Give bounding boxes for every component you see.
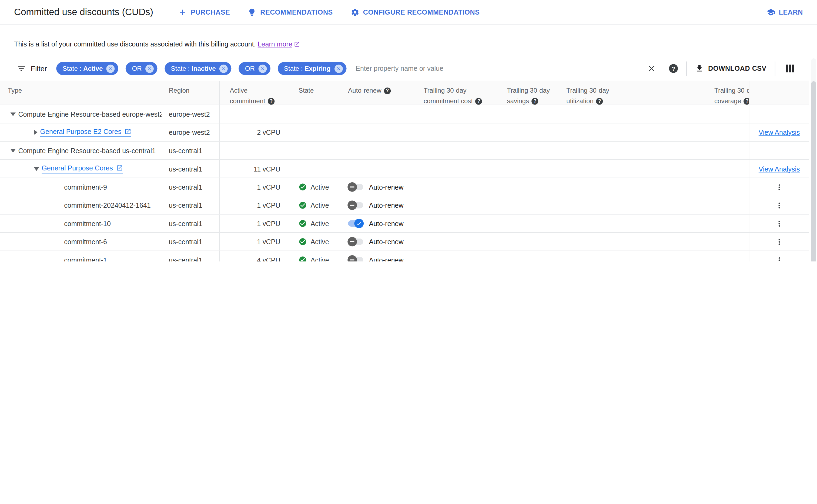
filter-chip-state-inactive[interactable]: State : Inactive: [165, 62, 231, 75]
cost-cell: [424, 178, 496, 196]
cost-cell: [424, 196, 496, 214]
type-cell: commitment-10: [0, 215, 162, 233]
type-link[interactable]: General Purpose E2 Cores: [40, 127, 132, 137]
lightbulb-icon: [248, 8, 257, 17]
configure-recommendations-button[interactable]: CONFIGURE RECOMMENDATIONS: [350, 8, 480, 17]
type-text: Compute Engine Resource-based europe-wes…: [18, 110, 162, 118]
coverage-cell: [701, 215, 749, 233]
purchase-button[interactable]: PURCHASE: [178, 8, 230, 17]
type-link[interactable]: General Purpose Cores: [42, 164, 123, 174]
auto-renew-label: Auto-renew: [369, 201, 403, 209]
type-cell: Compute Engine Resource-based europe-wes…: [0, 105, 162, 123]
column-header-state: State: [292, 81, 344, 105]
commitment-cell: 1 vCPU: [219, 215, 292, 233]
auto-renew-control: Auto-renew: [348, 201, 403, 209]
chip-close-icon[interactable]: [258, 64, 267, 73]
state-cell: [292, 160, 344, 178]
table-row: commitment-10 us-central1 1 vCPU Active: [0, 215, 809, 233]
auto-renew-control: Auto-renew: [348, 238, 403, 246]
filter-chip-state-expiring[interactable]: State : Expiring: [278, 62, 346, 75]
type-text: commitment-20240412-1641: [64, 201, 151, 209]
row-menu-button[interactable]: [773, 254, 785, 261]
learn-button[interactable]: LEARN: [766, 8, 803, 17]
row-menu-button[interactable]: [773, 236, 785, 248]
expander-icon[interactable]: [34, 167, 39, 171]
clear-filters-icon[interactable]: [647, 63, 657, 73]
filter-chip-state-active[interactable]: State : Active: [56, 62, 119, 75]
divider: [686, 61, 687, 76]
download-csv-button[interactable]: DOWNLOAD CSV: [695, 64, 766, 73]
check-circle-icon: [299, 219, 307, 228]
help-icon[interactable]: [744, 98, 749, 105]
savings-cell: [496, 233, 557, 251]
row-menu-button[interactable]: [773, 217, 785, 230]
auto-renew-toggle[interactable]: [348, 238, 363, 245]
view-analysis-link[interactable]: View Analysis: [759, 128, 800, 136]
filter-chip-or[interactable]: OR: [239, 62, 270, 75]
row-actions-cell: [749, 142, 809, 160]
recommendations-button[interactable]: RECOMMENDATIONS: [248, 8, 333, 17]
recommendations-label: RECOMMENDATIONS: [260, 8, 333, 16]
column-header-coverage: Trailing 30-day coverage: [701, 81, 749, 105]
table-row: commitment-20240412-1641 us-central1 1 v…: [0, 196, 809, 215]
filter-chip-or[interactable]: OR: [126, 62, 157, 75]
state-label: Active: [310, 238, 329, 246]
cost-cell: [424, 123, 496, 141]
help-icon[interactable]: [596, 98, 603, 105]
commitment-cell: [219, 142, 292, 160]
expander-icon[interactable]: [34, 130, 37, 135]
expander-icon[interactable]: [11, 112, 16, 116]
savings-cell: [496, 105, 557, 123]
chip-close-icon[interactable]: [334, 64, 343, 73]
column-header-type: Type: [0, 81, 162, 105]
external-link-icon: [125, 128, 131, 135]
filter-label: Filter: [31, 64, 47, 73]
scrollbar-thumb[interactable]: [811, 81, 816, 261]
state-cell: [292, 105, 344, 123]
column-header-commitment-cost: Trailing 30-day commitment cost: [424, 81, 496, 105]
row-menu-button[interactable]: [773, 181, 785, 193]
download-icon: [695, 64, 704, 73]
help-icon[interactable]: [532, 98, 538, 105]
state-cell: [292, 142, 344, 160]
filter-bar-actions: ? DOWNLOAD CSV: [647, 61, 794, 76]
auto-renew-cell: Auto-renew: [344, 196, 424, 214]
utilization-cell: [557, 196, 701, 214]
column-display-options-icon[interactable]: [786, 65, 794, 72]
chip-close-icon[interactable]: [145, 64, 154, 73]
row-menu-button[interactable]: [773, 199, 785, 211]
coverage-cell: [701, 233, 749, 251]
column-header-savings: Trailing 30-day savings: [496, 81, 557, 105]
coverage-cell: [701, 251, 749, 261]
column-header-auto-renew: Auto-renew: [344, 81, 424, 105]
filter-input[interactable]: [355, 64, 638, 73]
auto-renew-cell: Auto-renew: [344, 178, 424, 196]
learn-more-link[interactable]: Learn more: [258, 40, 300, 49]
coverage-cell: [701, 105, 749, 123]
state-badge: Active: [299, 237, 329, 246]
auto-renew-toggle[interactable]: [348, 220, 363, 227]
table-header: Type Region Active commitment State Auto…: [0, 81, 809, 105]
help-icon[interactable]: [476, 98, 482, 105]
row-actions-cell: View Analysis: [749, 160, 809, 178]
chip-close-icon[interactable]: [219, 64, 228, 73]
more-vert-icon: [775, 237, 784, 246]
cud-table: Type Region Active commitment State Auto…: [0, 81, 809, 261]
state-badge: Active: [299, 256, 329, 261]
coverage-cell: [701, 123, 749, 141]
auto-renew-toggle[interactable]: [348, 202, 363, 208]
commitment-cell: 1 vCPU: [219, 178, 292, 196]
auto-renew-toggle[interactable]: [348, 184, 363, 190]
expander-icon[interactable]: [11, 149, 16, 153]
filter-help-icon[interactable]: ?: [669, 64, 678, 73]
auto-renew-toggle[interactable]: [348, 257, 363, 261]
chip-close-icon[interactable]: [106, 64, 115, 73]
help-icon[interactable]: [268, 98, 274, 105]
view-analysis-link[interactable]: View Analysis: [759, 165, 800, 173]
type-text: commitment-9: [64, 183, 107, 191]
table-row: General Purpose Cores us-central1 11 vCP…: [0, 160, 809, 178]
state-label: Active: [310, 256, 329, 261]
cost-cell: [424, 215, 496, 233]
help-icon[interactable]: [384, 87, 391, 94]
utilization-cell: [557, 160, 701, 178]
